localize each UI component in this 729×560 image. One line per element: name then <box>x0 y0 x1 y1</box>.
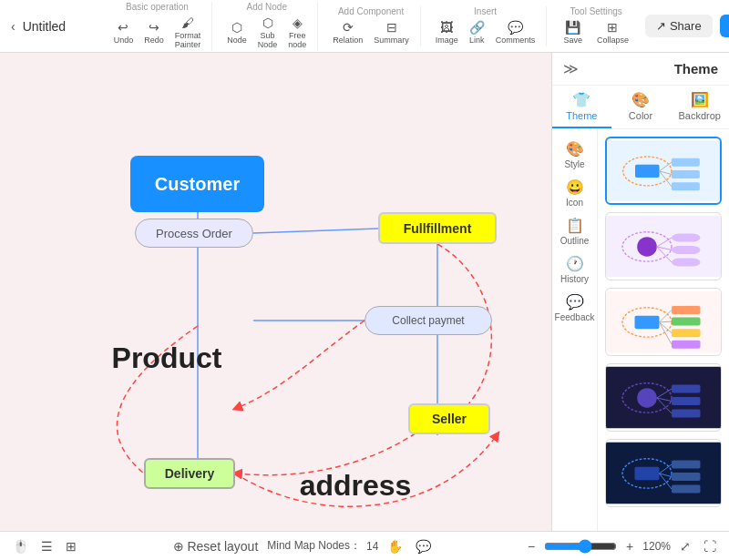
collapse-button[interactable]: ⊞ Collapse <box>591 18 634 46</box>
icon-icon-item[interactable]: 😀 Icon <box>555 175 595 211</box>
outline-icon-item[interactable]: 📋 Outline <box>555 213 595 249</box>
theme-thumbnails <box>598 129 729 531</box>
document-title: Untitled <box>23 19 77 34</box>
svg-point-15 <box>637 237 657 257</box>
theme-thumb-2[interactable] <box>605 212 722 280</box>
toolbar: ‹ Untitled Basic operation ↩ Undo ↪ Redo… <box>0 0 729 53</box>
tab-theme[interactable]: 👕 Theme <box>552 86 611 128</box>
basic-operation-label: Basic operation <box>126 2 189 12</box>
tool-settings-label: Tool Settings <box>570 6 622 16</box>
undo-icon: ↩ <box>118 20 128 35</box>
svg-rect-9 <box>672 182 700 190</box>
back-button[interactable]: ‹ <box>7 15 19 37</box>
svg-rect-38 <box>672 410 701 418</box>
svg-rect-24 <box>635 316 660 329</box>
tab-color[interactable]: 🎨 Color <box>611 86 671 128</box>
fullscreen-button[interactable]: ⛶ <box>700 537 720 555</box>
image-button[interactable]: 🖼 Image <box>432 18 462 46</box>
reset-layout-button[interactable]: ⊕ Reset layout <box>169 537 262 555</box>
history-icon-item[interactable]: 🕐 History <box>555 251 595 288</box>
panel-header: ≫ Theme <box>552 53 729 86</box>
svg-rect-26 <box>672 318 701 326</box>
canvas[interactable]: Customer Process Order Fullfillment Coll… <box>0 53 551 531</box>
zoom-out-button[interactable]: − <box>524 537 539 555</box>
feedback-icon-item[interactable]: 💬 Feedback <box>555 290 595 326</box>
free-node-button[interactable]: ◈ Free node <box>284 14 310 51</box>
process-order-node[interactable]: Process Order <box>135 219 253 248</box>
feedback-icon: 💬 <box>566 293 584 311</box>
tab-backdrop[interactable]: 🖼️ Backdrop <box>670 86 729 128</box>
hand-tool-button[interactable]: ✋ <box>384 537 406 555</box>
share-button[interactable]: ↗ Share <box>645 15 713 37</box>
insert-label: Insert <box>474 6 497 16</box>
style-icon-item[interactable]: 🎨 Style <box>555 137 595 173</box>
svg-rect-16 <box>672 234 701 242</box>
export-button[interactable]: 📤 Export <box>720 15 729 37</box>
add-component-label: Add Component <box>338 6 404 16</box>
toolbar-nav: ‹ Untitled <box>7 15 92 37</box>
main-area: Customer Process Order Fullfillment Coll… <box>0 53 729 531</box>
theme-thumb-4[interactable] <box>605 363 722 432</box>
backdrop-tab-icon: 🖼️ <box>691 91 709 108</box>
seller-node[interactable]: Seller <box>408 403 490 434</box>
grid-button[interactable]: ☰ <box>37 537 56 555</box>
zoom-in-button[interactable]: + <box>622 537 637 555</box>
sub-node-button[interactable]: ⬡ Sub Node <box>254 14 282 51</box>
zoom-level: 120% <box>642 540 671 553</box>
add-node-group: Add Node ⬡ Node ⬡ Sub Node ◈ Free node <box>216 2 318 51</box>
status-bar: 🖱️ ☰ ⊞ ⊕ Reset layout Mind Map Nodes： 14… <box>0 531 729 560</box>
svg-rect-42 <box>606 443 721 504</box>
redo-icon: ↪ <box>149 20 159 35</box>
theme-thumb-1[interactable] <box>605 137 722 205</box>
comments-icon: 💬 <box>508 20 523 35</box>
cursor-mode-button[interactable]: 🖱️ <box>9 537 32 555</box>
fullfillment-node[interactable]: Fullfillment <box>378 212 497 244</box>
svg-rect-4 <box>607 140 720 200</box>
panel-collapse-button[interactable]: ≫ <box>563 60 579 77</box>
chat-button[interactable]: 💬 <box>412 537 435 555</box>
layout-button[interactable]: ⊞ <box>62 537 80 555</box>
outline-icon: 📋 <box>566 217 584 234</box>
delivery-node[interactable]: Delivery <box>144 458 235 489</box>
product-node[interactable]: Product <box>94 331 240 385</box>
summary-icon: ⊟ <box>386 20 397 35</box>
add-component-group: Add Component ⟳ Relation ⊟ Summary <box>322 6 421 46</box>
theme-tab-icon: 👕 <box>572 91 590 108</box>
format-painter-icon: 🖌 <box>181 15 194 30</box>
node-button[interactable]: ⬡ Node <box>223 18 251 46</box>
smiley-icon: 😀 <box>566 178 584 196</box>
svg-rect-6 <box>635 165 660 178</box>
panel-content: 🎨 Style 😀 Icon 📋 Outline 🕐 History 💬 <box>552 129 729 531</box>
relation-button[interactable]: ⟳ Relation <box>329 18 366 46</box>
status-right: − + 120% ⤢ ⛶ <box>524 537 720 555</box>
comments-button[interactable]: 💬 Comments <box>492 18 539 46</box>
link-icon: 🔗 <box>469 20 485 35</box>
collect-payment-node[interactable]: Collect paymet <box>364 306 492 335</box>
relation-icon: ⟳ <box>343 20 354 35</box>
save-button[interactable]: 💾 Save <box>558 18 588 46</box>
redo-button[interactable]: ↪ Redo <box>140 18 168 46</box>
zoom-slider[interactable] <box>544 539 617 554</box>
image-icon: 🖼 <box>440 20 453 35</box>
svg-rect-33 <box>606 367 721 429</box>
free-node-icon: ◈ <box>293 15 303 30</box>
status-center: ⊕ Reset layout Mind Map Nodes： 14 ✋ 💬 <box>87 537 517 555</box>
theme-thumb-5[interactable] <box>605 439 722 507</box>
theme-thumb-3[interactable] <box>605 288 722 356</box>
right-panel: ≫ Theme 👕 Theme 🎨 Color 🖼️ Backdrop 🎨 <box>551 53 729 531</box>
node-count-label: Mind Map Nodes： <box>267 538 361 554</box>
format-painter-button[interactable]: 🖌 Format Painter <box>171 14 205 51</box>
svg-rect-36 <box>672 385 701 393</box>
address-node[interactable]: address <box>264 458 447 513</box>
color-tab-icon: 🎨 <box>631 91 650 108</box>
undo-button[interactable]: ↩ Undo <box>110 18 138 46</box>
status-left: 🖱️ ☰ ⊞ <box>9 537 80 555</box>
style-icon: 🎨 <box>566 140 584 158</box>
history-icon: 🕐 <box>566 255 584 272</box>
customer-node[interactable]: Customer <box>130 156 264 212</box>
share-icon: ↗ <box>656 19 666 33</box>
summary-button[interactable]: ⊟ Summary <box>370 18 413 46</box>
link-button[interactable]: 🔗 Link <box>466 18 488 46</box>
basic-operation-group: Basic operation ↩ Undo ↪ Redo 🖌 Format P… <box>103 2 213 51</box>
fit-screen-button[interactable]: ⤢ <box>676 537 694 555</box>
